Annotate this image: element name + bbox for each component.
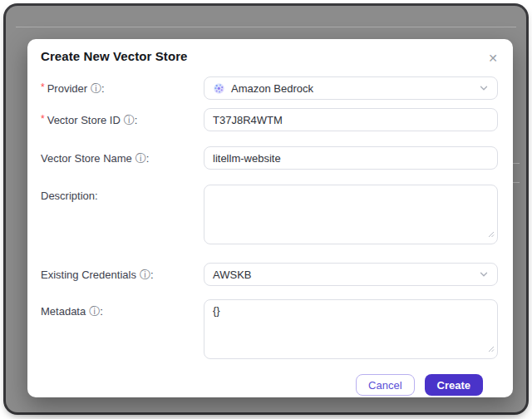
close-icon[interactable]: ✕ <box>486 49 500 67</box>
vector-store-name-input[interactable] <box>204 146 498 170</box>
form-row-vector-store-name: Vector Store Nameⓘ: <box>41 146 498 170</box>
form-row-existing-credentials: Existing Credentialsⓘ: AWSKB <box>41 263 498 286</box>
info-icon[interactable]: ⓘ <box>140 268 150 283</box>
info-icon[interactable]: ⓘ <box>135 151 146 166</box>
modal-footer: Cancel Create <box>41 362 498 396</box>
vector-store-id-label: *Vector Store IDⓘ: <box>41 108 204 131</box>
vector-store-name-label: Vector Store Nameⓘ: <box>41 146 204 170</box>
form-row-description: Description: <box>41 185 498 248</box>
form-row-metadata: Metadataⓘ: {} <box>41 299 498 362</box>
info-icon[interactable]: ⓘ <box>91 81 101 96</box>
create-vector-store-modal: Create New Vector Store ✕ *Providerⓘ: <box>27 39 513 397</box>
modal-header: Create New Vector Store ✕ <box>27 39 513 67</box>
info-icon[interactable]: ⓘ <box>89 304 100 319</box>
bedrock-logo-icon <box>213 82 225 95</box>
vector-store-id-input[interactable] <box>204 108 498 131</box>
background-page-divider <box>16 27 516 27</box>
info-icon[interactable]: ⓘ <box>124 113 135 128</box>
description-textarea[interactable] <box>204 185 498 244</box>
existing-credentials-label: Existing Credentialsⓘ: <box>41 263 204 286</box>
form-row-vector-store-id: *Vector Store IDⓘ: <box>41 108 498 131</box>
provider-selected-value: Amazon Bedrock <box>231 82 479 95</box>
required-marker: * <box>41 81 45 93</box>
metadata-textarea[interactable]: {} <box>204 299 498 359</box>
chevron-down-icon <box>479 83 489 93</box>
metadata-label: Metadataⓘ: <box>41 299 204 362</box>
description-label: Description: <box>41 185 204 248</box>
modal-title: Create New Vector Store <box>41 49 188 63</box>
existing-credentials-select[interactable]: AWSKB <box>204 263 498 286</box>
cancel-button[interactable]: Cancel <box>356 374 414 396</box>
provider-select[interactable]: Amazon Bedrock <box>204 76 498 100</box>
form-row-provider: *Providerⓘ: <box>41 76 498 100</box>
chevron-down-icon <box>479 269 489 279</box>
dimmed-page-overlay: ↑↓ se Create New Vector Store ✕ *Provide… <box>6 6 526 412</box>
provider-label: *Providerⓘ: <box>41 76 204 100</box>
create-button[interactable]: Create <box>425 374 483 396</box>
existing-credentials-selected-value: AWSKB <box>213 269 479 281</box>
required-marker: * <box>41 113 45 125</box>
vector-store-form: *Providerⓘ: <box>27 67 513 396</box>
